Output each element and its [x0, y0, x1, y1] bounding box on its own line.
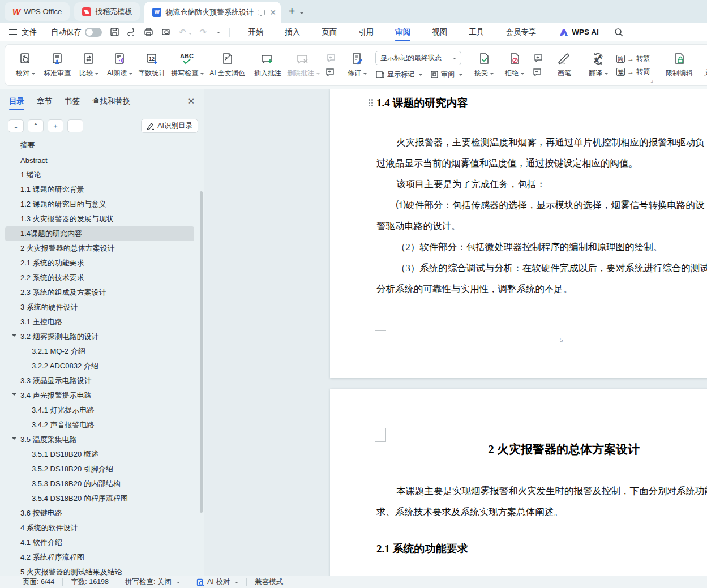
toc-expand-down-button[interactable]: ⌄	[8, 119, 24, 132]
toc-item[interactable]: 3.5.2 DS18B20 引脚介绍	[5, 462, 194, 477]
sidebar-panel-tab[interactable]: 章节	[37, 96, 52, 110]
export-icon[interactable]	[127, 27, 136, 37]
toc-item[interactable]: Abstract	[5, 153, 194, 168]
collapse-triangle-icon[interactable]	[12, 393, 16, 398]
toc-item[interactable]: 3.1 主控电路	[5, 315, 194, 329]
markup-state-dropdown[interactable]: 显示标记的最终状态	[375, 51, 461, 65]
group-expander-icon[interactable]: ⌟	[650, 77, 653, 83]
ai-read-aloud-button[interactable]: AI朗读	[107, 52, 132, 78]
toc-item[interactable]: 3.5.1 DS18B20 概述	[5, 447, 194, 462]
menu-tab[interactable]: 会员专享	[504, 24, 537, 41]
collapse-triangle-icon[interactable]	[12, 437, 16, 442]
screen-share-icon[interactable]	[258, 10, 265, 15]
tab-current-document[interactable]: W 物流仓储防火预警系统设计 ✕	[144, 2, 281, 23]
toc-item[interactable]: 3.2 烟雾探测电路的设计	[5, 329, 194, 344]
wps-ai-button[interactable]: WPS AI	[559, 28, 599, 36]
toc-item[interactable]: 3.5.3 DS18B20 的内部结构	[5, 477, 194, 491]
toc-item[interactable]: 4.2 系统程序流程图	[5, 550, 194, 565]
menu-tab[interactable]: 页面	[320, 24, 338, 41]
compare-button[interactable]: 比较	[76, 52, 101, 78]
toc-item[interactable]: 1.1 课题的研究背景	[5, 182, 194, 197]
toc-item[interactable]: 3.4.2 声音报警电路	[5, 418, 194, 432]
autosave-toggle[interactable]	[85, 28, 102, 37]
ai-polish-button[interactable]: AI 全文润色	[209, 52, 245, 78]
reject-change-button[interactable]: 拒绝	[502, 52, 527, 78]
clipped-ribbon-button[interactable]: 文档	[699, 68, 707, 85]
sidebar-panel-tab[interactable]: 书签	[65, 96, 80, 110]
standard-review-button[interactable]: 标准审查	[44, 52, 71, 78]
menu-tab[interactable]: 视图	[431, 24, 448, 41]
print-preview-icon[interactable]	[161, 27, 171, 37]
hamburger-icon[interactable]	[9, 29, 17, 35]
toc-item[interactable]: 摘要	[5, 138, 194, 153]
spell-check-button[interactable]: ABC 拼写检查	[171, 52, 204, 78]
insert-comment-button[interactable]: 插入批注	[254, 52, 281, 78]
toc-item[interactable]: 3 系统的硬件设计	[5, 300, 194, 315]
new-tab-button[interactable]: +	[289, 5, 295, 18]
tab-list-dropdown-icon[interactable]	[298, 7, 303, 17]
tab-docer-templates[interactable]: 找稻壳模板	[74, 2, 140, 21]
menu-tab[interactable]: 工具	[468, 24, 485, 41]
word-count-indicator[interactable]: 字数: 16198	[71, 577, 109, 587]
menu-tab[interactable]: 引用	[357, 24, 375, 41]
toc-collapse-up-button[interactable]: ⌃	[28, 119, 44, 132]
toc-collapse-all-button[interactable]: －	[67, 119, 83, 132]
spellcheck-status[interactable]: 拼写检查: 关闭	[125, 577, 180, 587]
toc-item[interactable]: 3.6 按键电路	[5, 506, 194, 521]
toc-expand-all-button[interactable]: ＋	[48, 119, 63, 132]
quick-access-dropdown-icon[interactable]	[217, 32, 220, 35]
toc-item[interactable]: 2 火灾报警器的总体方案设计	[5, 241, 194, 256]
next-change-icon[interactable]	[533, 68, 543, 76]
toc-item[interactable]: 5 火灾报警器的测试结果及结论	[5, 565, 194, 576]
toc-item[interactable]: 3.2.1 MQ-2 介绍	[5, 344, 194, 359]
word-count-button[interactable]: 12 字数统计	[138, 52, 165, 78]
sidebar-panel-tab[interactable]: 目录	[9, 96, 24, 110]
close-sidebar-icon[interactable]: ✕	[187, 96, 195, 106]
document-canvas[interactable]: 1.4 课题的研究内容 火灾报警器，主要检测温度和烟雾，再通过单片机控制相应的报…	[204, 89, 707, 576]
collapse-triangle-icon[interactable]	[12, 334, 16, 339]
toc-item[interactable]: 3.2.2 ADC0832 介绍	[5, 359, 194, 374]
toc-item[interactable]: 3.4 声光报警提示电路	[5, 388, 194, 403]
toc-item[interactable]: 1.2 课题的研究目的与意义	[5, 197, 194, 212]
reviewers-button[interactable]: 审阅	[430, 70, 462, 79]
ink-brush-button[interactable]: 画笔	[552, 52, 577, 78]
tab-wps-office[interactable]: W WPS Office	[5, 2, 70, 21]
page-indicator[interactable]: 页面: 6/44	[23, 577, 54, 587]
toc-item[interactable]: 2.3 系统的组成及方案设计	[5, 285, 194, 300]
menu-tab[interactable]: 审阅	[394, 24, 412, 41]
show-markup-button[interactable]: 显示标记	[375, 70, 422, 79]
restrict-editing-button[interactable]: 限制编辑	[666, 52, 693, 78]
file-menu[interactable]: 文件	[22, 27, 37, 37]
toc-item[interactable]: 3.4.1 灯光提示电路	[5, 403, 194, 418]
toc-item[interactable]: 4.1 软件介绍	[5, 535, 194, 550]
toc-item[interactable]: 4 系统的软件设计	[5, 521, 194, 535]
simplified-to-traditional-button[interactable]: 简→转繁	[616, 54, 650, 63]
print-icon[interactable]	[144, 27, 153, 37]
accept-change-button[interactable]: 接受	[472, 52, 496, 78]
ai-recognize-toc-button[interactable]: AI识别目录	[141, 119, 198, 133]
sidebar-panel-tab[interactable]: 查找和替换	[92, 96, 131, 110]
save-icon[interactable]	[110, 27, 119, 37]
ai-proofread-status[interactable]: AI 校对	[196, 577, 238, 587]
translate-button[interactable]: A文 翻译	[586, 52, 611, 78]
toc-item[interactable]: 2.1 系统的功能要求	[5, 256, 194, 271]
toc-item[interactable]: 1.4课题的研究内容	[5, 226, 194, 241]
toc-item[interactable]: 3.5 温度采集电路	[5, 432, 194, 447]
sidebar-scrollbar[interactable]	[200, 191, 203, 513]
paragraph-drag-handle-icon[interactable]	[369, 99, 375, 108]
toc-item[interactable]: 3.3 液晶显示电路设计	[5, 374, 194, 388]
menu-tab[interactable]: 插入	[284, 24, 301, 41]
toc-item[interactable]: 2.2 系统的技术要求	[5, 271, 194, 285]
document-page-5[interactable]: 1.4 课题的研究内容 火灾报警器，主要检测温度和烟雾，再通过单片机控制相应的报…	[330, 89, 707, 378]
proofread-button[interactable]: 校对	[13, 52, 38, 78]
menu-tab[interactable]: 开始	[247, 24, 264, 41]
previous-change-icon[interactable]	[533, 54, 543, 62]
track-changes-button[interactable]: 修订	[345, 52, 370, 78]
traditional-to-simplified-button[interactable]: 繁→转简	[616, 67, 650, 76]
toc-item[interactable]: 1 绪论	[5, 168, 194, 182]
toc-item[interactable]: 3.5.4 DS18B20 的程序流程图	[5, 491, 194, 506]
toc-item[interactable]: 1.3 火灾报警器的发展与现状	[5, 212, 194, 226]
search-icon[interactable]	[614, 28, 623, 37]
document-page-6[interactable]: 2 火灾报警器的总体方案设计 本课题主要是实现烟雾报警和火灾发生时的报警及控制，…	[330, 389, 707, 576]
close-tab-icon[interactable]: ✕	[269, 8, 276, 16]
